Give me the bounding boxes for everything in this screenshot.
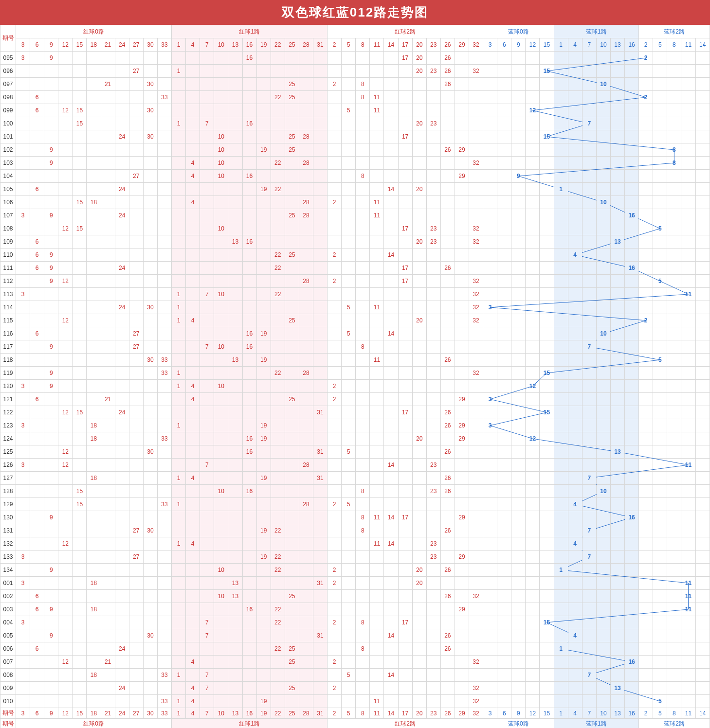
group-blue2: 蓝球2路 [639, 25, 710, 38]
group-blue1: 蓝球1路 [554, 25, 639, 38]
foot-period: 期号 [0, 719, 16, 728]
table-row: 120391410212 [0, 380, 710, 393]
table-row: 126312728142311 [0, 459, 710, 472]
table-row: 111692422172616 [0, 262, 710, 275]
table-row: 119933122283215 [0, 367, 710, 380]
table-row: 10015171620237 [0, 117, 710, 130]
table-row: 11331710223211 [0, 288, 710, 301]
col-period: 期号 [0, 25, 16, 52]
table-row: 106151842821110 [0, 196, 710, 209]
table-row: 00662422258261 [0, 642, 710, 656]
table-row: 09863322258112 [0, 91, 710, 104]
group-red1: 红球1路 [172, 25, 328, 38]
table-row: 12418331619202912 [0, 432, 710, 445]
group-red0: 红球0路 [16, 25, 172, 38]
table-row: 130981114172916 [0, 511, 710, 524]
group-blue0: 蓝球0路 [483, 25, 554, 38]
table-row: 12212152431172615 [0, 406, 710, 419]
table-row: 1096131620233213 [0, 235, 710, 249]
table-row: 107392425281116 [0, 209, 710, 222]
table-row: 1251230163152613 [0, 445, 710, 459]
table-row: 1179277101687 [0, 340, 710, 354]
page-title: 双色球红蓝012路走势图 [0, 0, 710, 25]
table-row: 133327192223297 [0, 550, 710, 564]
table-row: 11291228217325 [0, 275, 710, 288]
table-row: 12331811926293 [0, 419, 710, 432]
table-row: 01033141911325 [0, 695, 710, 708]
table-row: 00593073114264 [0, 629, 710, 642]
table-row: 116627161951410 [0, 327, 710, 340]
table-row: 105624192214201 [0, 183, 710, 196]
table-row: 131273019228267 [0, 524, 710, 537]
table-row: 13212141114234 [0, 537, 710, 550]
table-row: 003691816222911 [0, 603, 710, 616]
trend-table: 期号 红球0路 红球1路 红球2路 蓝球0路 蓝球1路 蓝球2路 3691215… [0, 25, 710, 728]
table-row: 1106922252144 [0, 249, 710, 262]
table-row: 1291533128254 [0, 498, 710, 511]
table-row: 00924472523213 [0, 682, 710, 695]
table-row: 0043722281715 [0, 616, 710, 629]
table-row: 11512142520322 [0, 314, 710, 327]
table-row: 10124301025281715 [0, 130, 710, 143]
table-row: 1183033131911265 [0, 354, 710, 367]
table-row: 09539161720262 [0, 52, 710, 65]
table-row: 099612153051112 [0, 104, 710, 117]
table-row: 13491022220261 [0, 564, 710, 577]
table-row: 1281510168232610 [0, 485, 710, 498]
table-row: 007122142523216 [0, 656, 710, 669]
table-row: 10427410168299 [0, 170, 710, 183]
table-row: 0026101325263211 [0, 590, 710, 603]
table-row: 1216214252293 [0, 393, 710, 406]
table-row: 1081215101723325 [0, 222, 710, 235]
table-row: 102910192526298 [0, 143, 710, 157]
table-row: 0081833175147 [0, 669, 710, 682]
group-red2: 红球2路 [328, 25, 483, 38]
table-row: 11424301511323 [0, 301, 710, 314]
table-row: 12718141931267 [0, 472, 710, 485]
table-row: 097213025282610 [0, 78, 710, 91]
table-row: 0962712023263215 [0, 65, 710, 78]
table-row: 001318133122011 [0, 577, 710, 590]
table-row: 10394102228328 [0, 157, 710, 170]
